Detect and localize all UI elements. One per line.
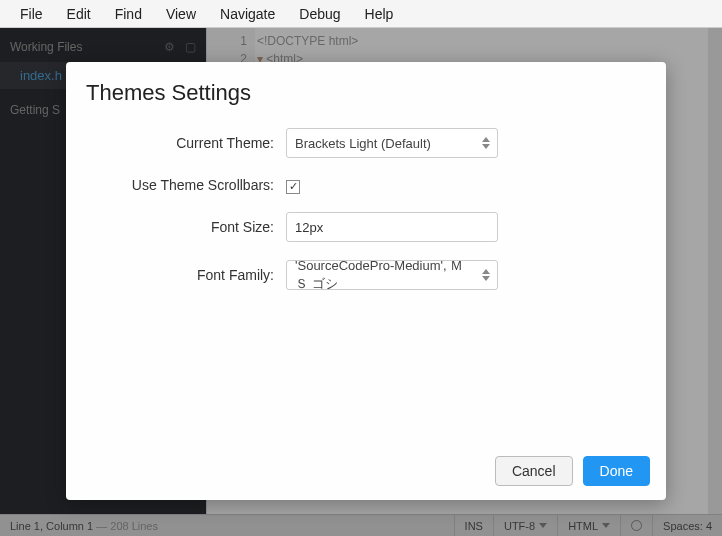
themes-settings-dialog: Themes Settings Current Theme: Brackets … <box>66 62 666 500</box>
done-button[interactable]: Done <box>583 456 650 486</box>
font-size-input[interactable] <box>286 212 498 242</box>
font-family-value: 'SourceCodePro-Medium', ＭＳ ゴシ <box>286 260 498 290</box>
spinner-icon <box>478 131 494 155</box>
menu-debug[interactable]: Debug <box>287 2 352 26</box>
row-current-theme: Current Theme: Brackets Light (Default) <box>86 128 566 158</box>
current-theme-value: Brackets Light (Default) <box>286 128 498 158</box>
dialog-title: Themes Settings <box>66 62 666 118</box>
row-scrollbars: Use Theme Scrollbars: ✓ <box>86 176 566 194</box>
current-theme-select[interactable]: Brackets Light (Default) <box>286 128 498 158</box>
dialog-footer: Cancel Done <box>66 442 666 500</box>
row-font-size: Font Size: <box>86 212 566 242</box>
font-family-select[interactable]: 'SourceCodePro-Medium', ＭＳ ゴシ <box>286 260 498 290</box>
cancel-button[interactable]: Cancel <box>495 456 573 486</box>
font-size-label: Font Size: <box>86 219 286 235</box>
dialog-form: Current Theme: Brackets Light (Default) … <box>66 118 666 318</box>
menu-view[interactable]: View <box>154 2 208 26</box>
scrollbars-label: Use Theme Scrollbars: <box>86 177 286 193</box>
menubar: File Edit Find View Navigate Debug Help <box>0 0 722 28</box>
font-family-label: Font Family: <box>86 267 286 283</box>
menu-navigate[interactable]: Navigate <box>208 2 287 26</box>
scrollbars-checkbox[interactable]: ✓ <box>286 180 300 194</box>
menu-find[interactable]: Find <box>103 2 154 26</box>
menu-help[interactable]: Help <box>353 2 406 26</box>
menu-edit[interactable]: Edit <box>55 2 103 26</box>
row-font-family: Font Family: 'SourceCodePro-Medium', ＭＳ … <box>86 260 566 290</box>
spinner-icon <box>478 263 494 287</box>
menu-file[interactable]: File <box>8 2 55 26</box>
current-theme-label: Current Theme: <box>86 135 286 151</box>
